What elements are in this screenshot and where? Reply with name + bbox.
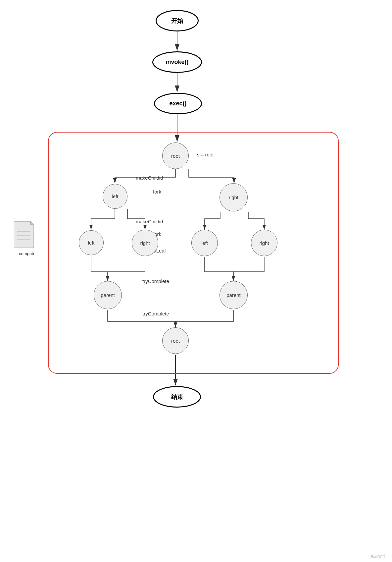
node-parent1: parent [94,281,122,309]
svg-marker-5 [14,221,34,248]
doc-icon-compute [14,221,44,254]
node-parent2: parent [220,281,248,309]
right3-label: right [259,240,269,246]
invoke-label: invoke() [166,59,188,66]
right2-label: right [140,240,150,246]
node-right1: right [220,183,248,211]
exec-label: exec() [169,100,186,107]
node-left3: left [191,230,218,256]
label-makechildid1: makeChildid [136,175,163,181]
right1-label: right [229,195,238,200]
node-start: 开始 [156,10,199,31]
label-trycomplete2: tryComplete [142,311,169,316]
node-invoke: invoke() [152,51,202,73]
watermark: BIMGEO [371,555,385,559]
node-left1: left [103,184,127,209]
label-makechildid2: makeChildid [136,219,163,224]
node-root-top: root [162,142,189,169]
node-root-bottom: root [162,327,189,354]
root-top-label: root [171,153,180,159]
node-right3: right [251,230,277,256]
parent1-label: parent [101,292,115,298]
left1-label: left [112,194,118,199]
node-right2: right [132,230,158,256]
label-fork1: fork [153,189,161,195]
node-left2: left [79,230,104,255]
compute-label: compute [14,251,40,256]
diagram-container: 开始 invoke() exec() root rs = root makeCh… [0,0,392,562]
end-label: 结束 [171,393,183,401]
root-bottom-label: root [171,338,180,344]
parent2-label: parent [226,292,241,298]
svg-marker-6 [30,221,34,225]
left3-label: left [201,240,208,246]
node-exec: exec() [154,93,202,114]
node-end: 结束 [153,386,201,408]
left2-label: left [88,240,94,246]
label-trycomplete1: tryComplete [142,278,169,284]
start-label: 开始 [171,17,183,25]
label-rs-root: rs = root [195,152,214,157]
